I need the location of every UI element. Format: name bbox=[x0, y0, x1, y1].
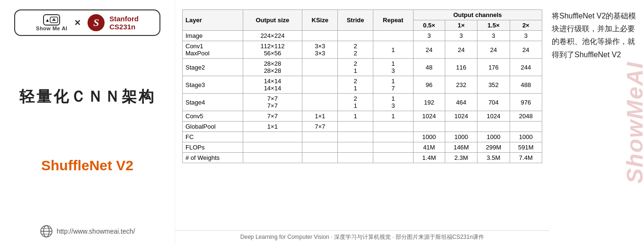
table-cell: 3×33×3 bbox=[302, 41, 338, 59]
table-cell: Stage4 bbox=[183, 94, 243, 111]
table-cell: 192 bbox=[413, 94, 445, 111]
table-cell: 24 bbox=[445, 41, 477, 59]
table-cell: 591M bbox=[510, 142, 542, 153]
table-cell: 352 bbox=[477, 76, 510, 94]
table-cell: 488 bbox=[510, 76, 542, 94]
header-ch-1x: 1× bbox=[445, 20, 477, 31]
table-cell bbox=[302, 76, 338, 94]
table-cell: 1×1 bbox=[302, 111, 338, 122]
table-cell: 7×77×7 bbox=[243, 94, 302, 111]
table-cell: 1000 bbox=[510, 132, 542, 142]
footer-content: Deep Learning for Computer Vision · 深度学习… bbox=[240, 234, 484, 240]
table-cell: 1 bbox=[373, 41, 413, 59]
table-row: FLOPs41M146M299M591M bbox=[183, 142, 542, 153]
table-cell bbox=[373, 153, 413, 163]
annotation-text: 将ShuffleNet V2的基础模块进行级联，并加上必要的卷积、池化等操作，就… bbox=[552, 9, 637, 61]
table-cell: Image bbox=[183, 31, 243, 41]
showme-icon bbox=[43, 14, 60, 26]
table-cell: 1000 bbox=[477, 132, 510, 142]
table-cell bbox=[302, 153, 338, 163]
table-cell: 22 bbox=[338, 41, 373, 59]
table-row: FC1000100010001000 bbox=[183, 132, 542, 142]
stanford-area: S Stanford CS231n bbox=[88, 14, 139, 31]
main-content: Layer Output size KSize Stride Repeat Ou… bbox=[175, 0, 549, 245]
table-cell bbox=[338, 132, 373, 142]
table-cell: 3 bbox=[477, 31, 510, 41]
header-layer: Layer bbox=[183, 10, 243, 31]
table-cell: 96 bbox=[413, 76, 445, 94]
table-cell bbox=[243, 153, 302, 163]
table-cell bbox=[302, 132, 338, 142]
table-cell: 7.4M bbox=[510, 153, 542, 163]
table-cell bbox=[373, 31, 413, 41]
table-cell bbox=[338, 31, 373, 41]
table-cell: 14×1414×14 bbox=[243, 76, 302, 94]
table-cell: 244 bbox=[510, 59, 542, 76]
table-cell: 3 bbox=[413, 31, 445, 41]
table-cell: 2.3M bbox=[445, 153, 477, 163]
table-cell: 21 bbox=[338, 76, 373, 94]
header-ch-05x: 0.5× bbox=[413, 20, 445, 31]
header-output-channels: Output channels bbox=[413, 10, 542, 20]
table-cell bbox=[302, 142, 338, 153]
showme-logo: Show Me AI bbox=[36, 14, 67, 31]
table-cell: 1 bbox=[338, 111, 373, 122]
sub-title: ShuffleNet V2 bbox=[41, 158, 133, 174]
table-cell bbox=[302, 94, 338, 111]
right-panel: 将ShuffleNet V2的基础模块进行级联，并加上必要的卷积、池化等操作，就… bbox=[549, 0, 644, 245]
sidebar: Show Me AI × S Stanford CS231n 轻量化ＣＮＮ架构 … bbox=[0, 0, 175, 245]
table-cell: 13 bbox=[373, 59, 413, 76]
table-cell bbox=[302, 59, 338, 76]
shufflenet-table: Layer Output size KSize Stride Repeat Ou… bbox=[182, 9, 542, 163]
table-cell: 1000 bbox=[413, 132, 445, 142]
table-cell: 176 bbox=[477, 59, 510, 76]
table-cell: 3 bbox=[445, 31, 477, 41]
table-cell bbox=[445, 122, 477, 132]
table-row: Stage314×1414×14211796232352488 bbox=[183, 76, 542, 94]
website-area[interactable]: http://www.showmeai.tech/ bbox=[40, 225, 135, 238]
table-cell bbox=[243, 142, 302, 153]
website-url: http://www.showmeai.tech/ bbox=[57, 228, 135, 235]
website-icon bbox=[40, 225, 53, 238]
table-row: Conv57×71×1111024102410242048 bbox=[183, 111, 542, 122]
table-cell: Conv1MaxPool bbox=[183, 41, 243, 59]
table-cell: 28×2828×28 bbox=[243, 59, 302, 76]
table-cell: 976 bbox=[510, 94, 542, 111]
table-cell: 7×7 bbox=[302, 122, 338, 132]
table-cell: 464 bbox=[445, 94, 477, 111]
table-cell: 1024 bbox=[445, 111, 477, 122]
table-cell: GlobalPool bbox=[183, 122, 243, 132]
table-cell: 24 bbox=[510, 41, 542, 59]
times-symbol: × bbox=[74, 17, 80, 29]
table-cell: 24 bbox=[413, 41, 445, 59]
main-title: 轻量化ＣＮＮ架构 bbox=[19, 87, 156, 107]
table-row: # of Weights1.4M2.3M3.5M7.4M bbox=[183, 153, 542, 163]
table-cell bbox=[338, 153, 373, 163]
table-container: Layer Output size KSize Stride Repeat Ou… bbox=[175, 5, 549, 230]
table-row: Stage47×77×72113192464704976 bbox=[183, 94, 542, 111]
table-cell: 1024 bbox=[477, 111, 510, 122]
table-cell: 3 bbox=[510, 31, 542, 41]
showme-text: Show Me AI bbox=[36, 26, 67, 31]
table-cell: 17 bbox=[373, 76, 413, 94]
table-cell bbox=[338, 142, 373, 153]
table-cell: 224×224 bbox=[243, 31, 302, 41]
header-repeat: Repeat bbox=[373, 10, 413, 31]
table-cell: 24 bbox=[477, 41, 510, 59]
header-ch-2x: 2× bbox=[510, 20, 542, 31]
table-cell: 1024 bbox=[413, 111, 445, 122]
table-cell: 21 bbox=[338, 94, 373, 111]
table-cell bbox=[413, 122, 445, 132]
table-row: Conv1MaxPool112×11256×563×33×32212424242… bbox=[183, 41, 542, 59]
table-cell bbox=[373, 142, 413, 153]
table-row: Image224×2243333 bbox=[183, 31, 542, 41]
table-cell: 2048 bbox=[510, 111, 542, 122]
stanford-name: Stanford bbox=[109, 15, 139, 23]
table-cell: FLOPs bbox=[183, 142, 243, 153]
table-cell: 3.5M bbox=[477, 153, 510, 163]
table-cell bbox=[243, 132, 302, 142]
table-cell: 1 bbox=[373, 111, 413, 122]
table-cell: 7×7 bbox=[243, 111, 302, 122]
stanford-course: CS231n bbox=[109, 23, 135, 31]
table-cell: 1000 bbox=[445, 132, 477, 142]
